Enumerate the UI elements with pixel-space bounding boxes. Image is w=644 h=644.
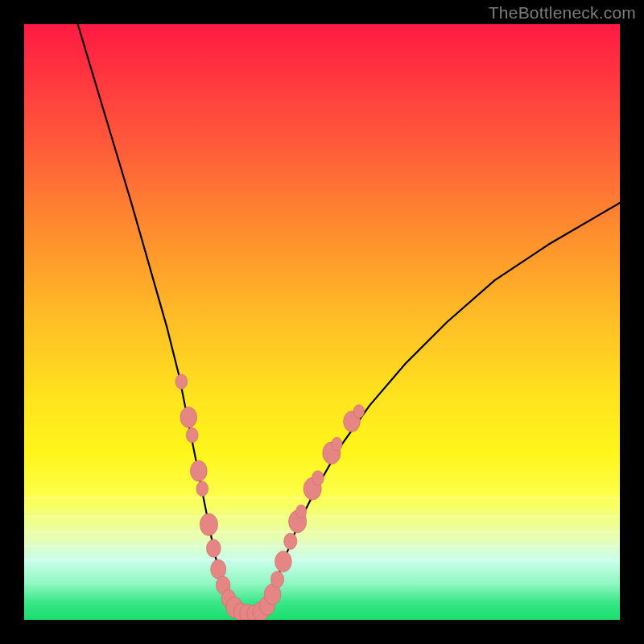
data-marker bbox=[180, 407, 197, 427]
data-marker bbox=[211, 559, 226, 579]
data-marker bbox=[295, 505, 306, 518]
data-marker bbox=[312, 471, 324, 486]
data-marker bbox=[196, 481, 208, 497]
chart-stage: TheBottleneck.com bbox=[0, 0, 644, 644]
data-marker bbox=[206, 539, 221, 557]
data-marker bbox=[175, 374, 188, 390]
data-marker bbox=[190, 460, 207, 481]
data-marker bbox=[284, 533, 297, 549]
data-marker bbox=[332, 437, 342, 451]
data-marker bbox=[186, 427, 198, 443]
data-marker bbox=[270, 572, 283, 588]
plot-area bbox=[24, 24, 620, 620]
watermark-text: TheBottleneck.com bbox=[489, 3, 636, 23]
chart-svg bbox=[24, 24, 620, 620]
data-marker bbox=[200, 514, 217, 536]
data-marker bbox=[353, 405, 364, 419]
bottleneck-curve bbox=[78, 24, 620, 614]
data-marker bbox=[275, 551, 292, 572]
